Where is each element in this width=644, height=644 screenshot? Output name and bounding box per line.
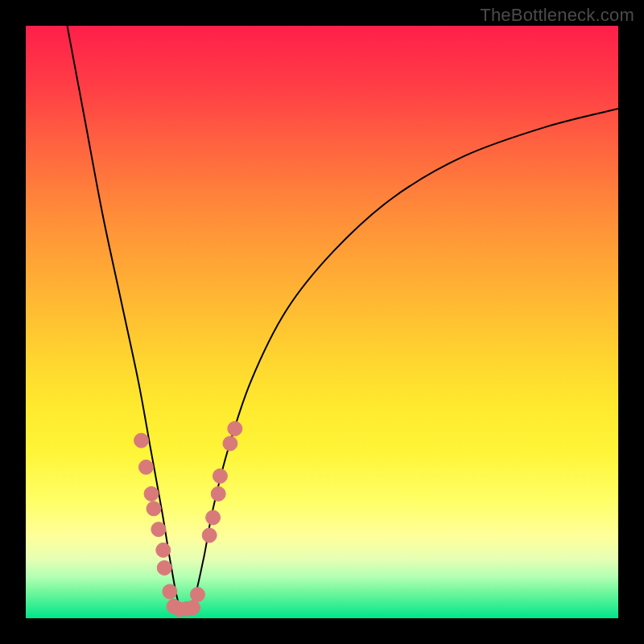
data-point — [157, 560, 171, 575]
bottleneck-curve — [68, 26, 618, 612]
chart-svg — [26, 26, 618, 618]
data-point — [211, 486, 225, 501]
data-point — [190, 588, 204, 602]
data-point — [134, 433, 149, 448]
data-point — [147, 502, 161, 516]
data-point — [223, 436, 237, 451]
data-point — [163, 584, 177, 599]
data-point — [202, 528, 217, 543]
data-point — [156, 543, 171, 557]
data-point — [144, 486, 159, 501]
chart-frame: TheBottleneck.com — [0, 0, 644, 644]
data-point — [186, 601, 200, 615]
watermark-text: TheBottleneck.com — [480, 5, 634, 26]
data-point — [151, 522, 166, 537]
data-point — [228, 421, 242, 436]
data-point — [206, 510, 221, 525]
plot-area — [26, 26, 618, 618]
data-point — [213, 469, 227, 483]
data-point — [138, 460, 153, 474]
